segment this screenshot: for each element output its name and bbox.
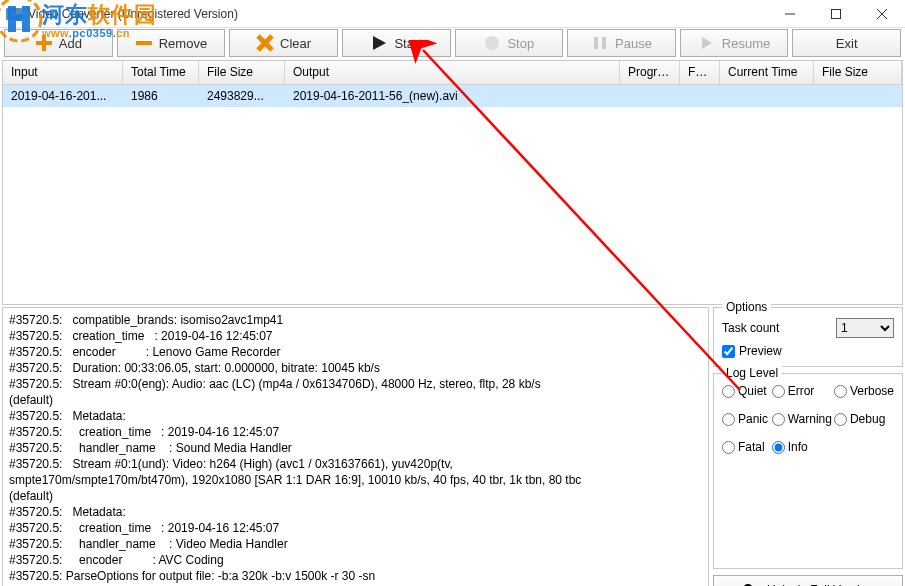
col-output[interactable]: Output bbox=[285, 61, 620, 84]
add-button[interactable]: Add bbox=[4, 29, 113, 57]
table-header: Input Total Time File Size Output Progre… bbox=[3, 61, 902, 85]
remove-button[interactable]: Remove bbox=[117, 29, 226, 57]
col-progress[interactable]: Progress bbox=[620, 61, 680, 84]
add-label: Add bbox=[59, 36, 82, 51]
stop-icon bbox=[483, 34, 501, 52]
stop-button[interactable]: Stop bbox=[455, 29, 564, 57]
cell-output: 2019-04-16-2011-56_(new).avi bbox=[285, 87, 620, 105]
log-textarea[interactable]: #35720.5: compatible_brands: isomiso2avc… bbox=[2, 307, 709, 586]
toolbar: Add Remove Clear Start Stop Pause Resume… bbox=[0, 28, 905, 58]
col-file-size-1[interactable]: File Size bbox=[199, 61, 285, 84]
unlock-button[interactable]: Unlock: Full Version bbox=[713, 575, 903, 586]
clear-label: Clear bbox=[280, 36, 311, 51]
col-current-time[interactable]: Current Time bbox=[720, 61, 814, 84]
start-button[interactable]: Start bbox=[342, 29, 451, 57]
cell-file-size-2 bbox=[814, 94, 902, 98]
radio-warning[interactable]: Warning bbox=[772, 412, 832, 426]
svg-rect-18 bbox=[594, 37, 598, 49]
pause-icon bbox=[591, 34, 609, 52]
clear-icon bbox=[256, 34, 274, 52]
svg-marker-20 bbox=[702, 37, 712, 49]
radio-panic[interactable]: Panic bbox=[722, 412, 770, 426]
table-body: 2019-04-16-201... 1986 2493829... 2019-0… bbox=[3, 85, 902, 107]
remove-icon bbox=[135, 34, 153, 52]
radio-quiet[interactable]: Quiet bbox=[722, 384, 770, 398]
add-icon bbox=[35, 34, 53, 52]
file-table: Input Total Time File Size Output Progre… bbox=[2, 60, 903, 305]
radio-info[interactable]: Info bbox=[772, 440, 832, 454]
side-panel: Options Task count 1 Preview Log Level Q… bbox=[713, 307, 903, 586]
cell-file-size-1: 2493829... bbox=[199, 87, 285, 105]
svg-rect-8 bbox=[832, 9, 841, 18]
maximize-button[interactable] bbox=[813, 0, 859, 28]
cell-input: 2019-04-16-201... bbox=[3, 87, 123, 105]
svg-rect-13 bbox=[136, 41, 152, 45]
col-total-time[interactable]: Total Time bbox=[123, 61, 199, 84]
cell-progress bbox=[620, 94, 680, 98]
resume-label: Resume bbox=[722, 36, 770, 51]
preview-checkbox[interactable] bbox=[722, 345, 735, 358]
svg-rect-19 bbox=[602, 37, 606, 49]
col-file-size-2[interactable]: File Size bbox=[814, 61, 902, 84]
minimize-button[interactable] bbox=[767, 0, 813, 28]
radio-fatal[interactable]: Fatal bbox=[722, 440, 770, 454]
pause-label: Pause bbox=[615, 36, 652, 51]
options-legend: Options bbox=[722, 300, 771, 314]
radio-error[interactable]: Error bbox=[772, 384, 832, 398]
bottom-panel: #35720.5: compatible_brands: isomiso2avc… bbox=[2, 307, 903, 586]
svg-marker-16 bbox=[373, 36, 386, 50]
play-icon bbox=[370, 34, 388, 52]
preview-label: Preview bbox=[739, 344, 782, 358]
cell-total-time: 1986 bbox=[123, 87, 199, 105]
app-icon bbox=[6, 6, 22, 22]
col-input[interactable]: Input bbox=[3, 61, 123, 84]
radio-verbose[interactable]: Verbose bbox=[834, 384, 894, 398]
start-label: Start bbox=[394, 36, 421, 51]
table-row[interactable]: 2019-04-16-201... 1986 2493829... 2019-0… bbox=[3, 85, 902, 107]
titlebar: Video Converter (Unregistered Version) bbox=[0, 0, 905, 28]
remove-label: Remove bbox=[159, 36, 207, 51]
cell-current-time bbox=[720, 94, 814, 98]
exit-label: Exit bbox=[836, 36, 858, 51]
resume-button[interactable]: Resume bbox=[680, 29, 789, 57]
svg-rect-12 bbox=[36, 41, 52, 45]
resume-icon bbox=[698, 34, 716, 52]
key-icon bbox=[743, 582, 761, 587]
close-button[interactable] bbox=[859, 0, 905, 28]
exit-button[interactable]: Exit bbox=[792, 29, 901, 57]
svg-point-17 bbox=[485, 36, 499, 50]
window-title: Video Converter (Unregistered Version) bbox=[28, 7, 767, 21]
task-count-label: Task count bbox=[722, 321, 830, 335]
pause-button[interactable]: Pause bbox=[567, 29, 676, 57]
task-count-select[interactable]: 1 bbox=[836, 318, 894, 338]
clear-button[interactable]: Clear bbox=[229, 29, 338, 57]
loglevel-group: Log Level Quiet Error Verbose Panic Warn… bbox=[713, 373, 903, 569]
radio-debug[interactable]: Debug bbox=[834, 412, 894, 426]
col-fps[interactable]: FPS bbox=[680, 61, 720, 84]
loglevel-legend: Log Level bbox=[722, 366, 782, 380]
options-group: Options Task count 1 Preview bbox=[713, 307, 903, 367]
cell-fps bbox=[680, 94, 720, 98]
stop-label: Stop bbox=[507, 36, 534, 51]
